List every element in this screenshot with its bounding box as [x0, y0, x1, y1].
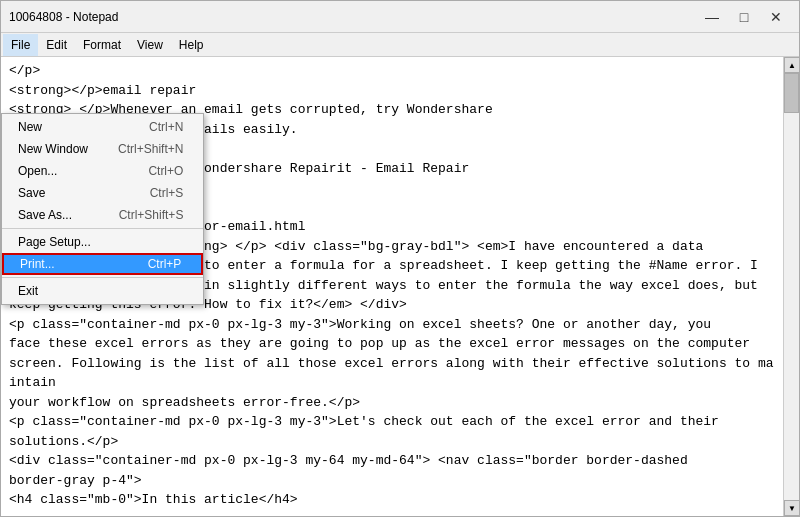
file-dropdown: New Ctrl+N New Window Ctrl+Shift+N Open.… — [1, 113, 204, 305]
menu-open[interactable]: Open... Ctrl+O — [2, 160, 203, 182]
menu-bar: File Edit Format View Help — [1, 33, 799, 57]
menu-format[interactable]: Format — [75, 34, 129, 56]
vertical-scrollbar[interactable]: ▲ ▼ — [783, 57, 799, 516]
separator-1 — [2, 228, 203, 229]
window-title: 10064808 - Notepad — [9, 10, 118, 24]
title-bar: 10064808 - Notepad — □ ✕ — [1, 1, 799, 33]
menu-new[interactable]: New Ctrl+N — [2, 116, 203, 138]
menu-save[interactable]: Save Ctrl+S — [2, 182, 203, 204]
menu-new-window[interactable]: New Window Ctrl+Shift+N — [2, 138, 203, 160]
window-controls: — □ ✕ — [697, 6, 791, 28]
menu-edit[interactable]: Edit — [38, 34, 75, 56]
main-area: New Ctrl+N New Window Ctrl+Shift+N Open.… — [1, 57, 799, 516]
minimize-button[interactable]: — — [697, 6, 727, 28]
scroll-down-button[interactable]: ▼ — [784, 500, 799, 516]
menu-file[interactable]: File — [3, 34, 38, 56]
scroll-up-button[interactable]: ▲ — [784, 57, 799, 73]
menu-save-as[interactable]: Save As... Ctrl+Shift+S — [2, 204, 203, 226]
file-menu: New Ctrl+N New Window Ctrl+Shift+N Open.… — [1, 113, 204, 305]
menu-page-setup[interactable]: Page Setup... — [2, 231, 203, 253]
close-button[interactable]: ✕ — [761, 6, 791, 28]
menu-exit[interactable]: Exit — [2, 280, 203, 302]
notepad-window: 10064808 - Notepad — □ ✕ File Edit Forma… — [0, 0, 800, 517]
scroll-thumb[interactable] — [784, 73, 799, 113]
scroll-track[interactable] — [784, 73, 799, 500]
separator-2 — [2, 277, 203, 278]
maximize-button[interactable]: □ — [729, 6, 759, 28]
menu-print[interactable]: Print... Ctrl+P — [2, 253, 203, 275]
menu-help[interactable]: Help — [171, 34, 212, 56]
menu-view[interactable]: View — [129, 34, 171, 56]
